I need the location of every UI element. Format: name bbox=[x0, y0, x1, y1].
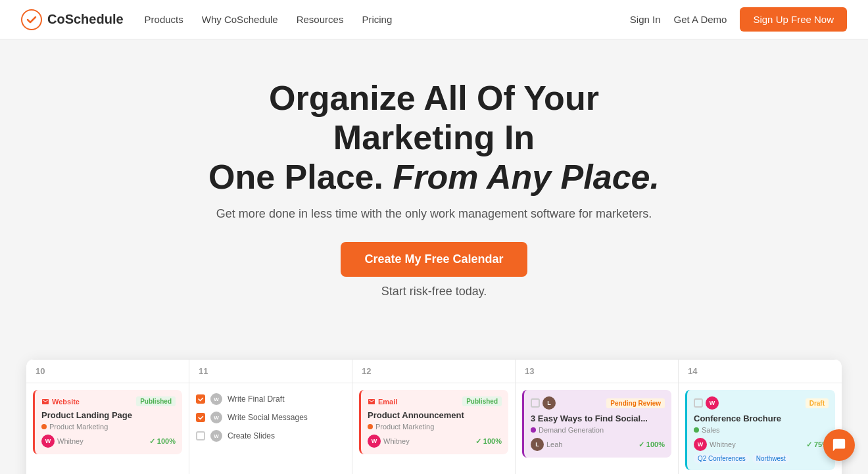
cal-col-12: 12EmailPublishedProduct Announcement Pro… bbox=[352, 360, 516, 474]
card-badge: Published bbox=[136, 396, 176, 406]
card-tag: Northwest bbox=[752, 454, 790, 463]
card-avatar: L bbox=[542, 396, 556, 410]
team-dot bbox=[531, 427, 536, 433]
card-checkbox[interactable] bbox=[531, 398, 540, 408]
cal-cell-14: W DraftConference Brochure Sales W Whitn… bbox=[679, 383, 842, 474]
card-progress: ✓ 100% bbox=[475, 437, 502, 446]
checklist-checkbox[interactable] bbox=[196, 394, 205, 404]
signup-button[interactable]: Sign Up Free Now bbox=[740, 7, 847, 32]
checklist-avatar: W bbox=[210, 412, 222, 423]
nav-resources[interactable]: Resources bbox=[297, 14, 344, 25]
cal-cell-10: WebsitePublishedProduct Landing Page Pro… bbox=[26, 383, 189, 474]
calendar-card[interactable]: EmailPublishedProduct Announcement Produ… bbox=[359, 390, 508, 454]
avatar-name: Whitney bbox=[57, 437, 84, 445]
card-header: L Pending Review bbox=[531, 396, 665, 410]
cal-col-11: 11 W Write Final Draft W Write Social Me… bbox=[189, 360, 352, 474]
team-dot bbox=[694, 427, 699, 433]
chat-icon bbox=[832, 438, 846, 452]
cal-header-13: 13 bbox=[516, 360, 678, 383]
card-footer: W Whitney ✓ 75% bbox=[694, 438, 829, 451]
checklist-item[interactable]: W Write Final Draft bbox=[196, 390, 345, 408]
calendar-card[interactable]: L Pending Review3 Easy Ways to Find Soci… bbox=[522, 390, 671, 458]
card-type: Email bbox=[368, 398, 397, 406]
checklist-item[interactable]: W Write Social Messages bbox=[196, 408, 345, 427]
checklist-item[interactable]: W Create Slides bbox=[196, 427, 345, 445]
nav-why[interactable]: Why CoSchedule bbox=[202, 14, 278, 25]
logo-link[interactable]: CoSchedule bbox=[21, 9, 124, 30]
card-title: 3 Easy Ways to Find Social... bbox=[531, 414, 665, 423]
team-dot bbox=[41, 424, 47, 429]
card-badge: Draft bbox=[806, 398, 829, 408]
cal-col-13: 13 L Pending Review3 Easy Ways to Find S… bbox=[516, 360, 679, 474]
checklist-label: Create Slides bbox=[228, 431, 275, 440]
cal-cell-12: EmailPublishedProduct Announcement Produ… bbox=[352, 383, 515, 474]
cal-header-14: 14 bbox=[679, 360, 842, 383]
cal-header-12: 12 bbox=[352, 360, 515, 383]
cal-col-14: 14 W DraftConference Brochure Sales W Wh… bbox=[679, 360, 842, 474]
checklist-label: Write Social Messages bbox=[228, 413, 308, 422]
cal-col-10: 10WebsitePublishedProduct Landing Page P… bbox=[26, 360, 189, 474]
logo-text: CoSchedule bbox=[47, 12, 124, 27]
signin-link[interactable]: Sign In bbox=[630, 14, 661, 25]
avatar-name: Whitney bbox=[383, 437, 410, 445]
hero-cta-sub: Start risk-free today. bbox=[13, 285, 855, 298]
navbar: CoSchedule Products Why CoSchedule Resou… bbox=[0, 0, 868, 39]
card-tag: Q2 Conferences bbox=[694, 454, 750, 463]
card-checkbox[interactable] bbox=[694, 398, 703, 408]
card-title: Product Announcement bbox=[368, 410, 502, 420]
hero-headline: Organize All Of Your Marketing In One Pl… bbox=[204, 79, 664, 197]
card-title: Conference Brochure bbox=[694, 414, 829, 423]
card-badge: Published bbox=[462, 396, 502, 406]
card-avatar: W bbox=[41, 435, 55, 448]
team-dot bbox=[368, 424, 373, 429]
card-progress: ✓ 100% bbox=[639, 440, 665, 449]
cal-header-10: 10 bbox=[26, 360, 189, 383]
cal-cell-11: W Write Final Draft W Write Social Messa… bbox=[189, 383, 352, 474]
cta-button[interactable]: Create My Free Calendar bbox=[341, 242, 527, 277]
calendar-card[interactable]: W DraftConference Brochure Sales W Whitn… bbox=[685, 390, 835, 470]
navbar-links: Products Why CoSchedule Resources Pricin… bbox=[145, 14, 630, 25]
card-header: W Draft bbox=[694, 396, 829, 410]
card-footer: W Whitney ✓ 100% bbox=[41, 435, 176, 448]
calendar-card[interactable]: WebsitePublishedProduct Landing Page Pro… bbox=[33, 390, 182, 454]
cal-header-11: 11 bbox=[189, 360, 352, 383]
card-footer: L Leah ✓ 100% bbox=[531, 438, 665, 451]
card-team: Product Marketing bbox=[368, 423, 502, 431]
card-team: Demand Generation bbox=[531, 426, 665, 434]
calendar-row-1: 10WebsitePublishedProduct Landing Page P… bbox=[26, 359, 842, 474]
hero-section: Organize All Of Your Marketing In One Pl… bbox=[0, 39, 868, 346]
card-type: Website bbox=[41, 398, 80, 406]
card-title: Product Landing Page bbox=[41, 410, 176, 420]
demo-link[interactable]: Get A Demo bbox=[674, 14, 727, 25]
calendar-section: 10WebsitePublishedProduct Landing Page P… bbox=[0, 346, 868, 474]
card-footer: W Whitney ✓ 100% bbox=[368, 435, 502, 448]
hero-subtext: Get more done in less time with the only… bbox=[13, 207, 855, 221]
card-progress: ✓ 100% bbox=[149, 437, 176, 446]
card-avatar: W bbox=[694, 438, 707, 451]
cal-cell-13: L Pending Review3 Easy Ways to Find Soci… bbox=[516, 383, 678, 474]
checklist-checkbox[interactable] bbox=[196, 413, 205, 422]
checklist-checkbox[interactable] bbox=[196, 431, 205, 440]
card-badge: Pending Review bbox=[606, 398, 665, 408]
nav-pricing[interactable]: Pricing bbox=[362, 14, 392, 25]
card-avatar: W bbox=[368, 435, 381, 448]
nav-products[interactable]: Products bbox=[145, 14, 183, 25]
checklist-avatar: W bbox=[210, 430, 222, 442]
avatar-name: Leah bbox=[546, 440, 562, 448]
card-header: EmailPublished bbox=[368, 396, 502, 406]
coschedule-logo-icon bbox=[21, 9, 42, 30]
card-tags: Q2 ConferencesNorthwest bbox=[694, 454, 829, 463]
avatar-name: Whitney bbox=[710, 440, 736, 448]
checklist-label: Write Final Draft bbox=[228, 394, 284, 404]
card-header: WebsitePublished bbox=[41, 396, 176, 406]
card-team: Product Marketing bbox=[41, 423, 176, 431]
chat-button[interactable] bbox=[823, 429, 855, 461]
navbar-right: Sign In Get A Demo Sign Up Free Now bbox=[630, 7, 847, 32]
svg-point-0 bbox=[22, 10, 41, 30]
card-avatar: L bbox=[531, 438, 544, 451]
checklist-avatar: W bbox=[210, 393, 222, 405]
card-avatar: W bbox=[706, 396, 719, 410]
calendar-container: 10WebsitePublishedProduct Landing Page P… bbox=[26, 359, 842, 474]
card-team: Sales bbox=[694, 426, 829, 434]
